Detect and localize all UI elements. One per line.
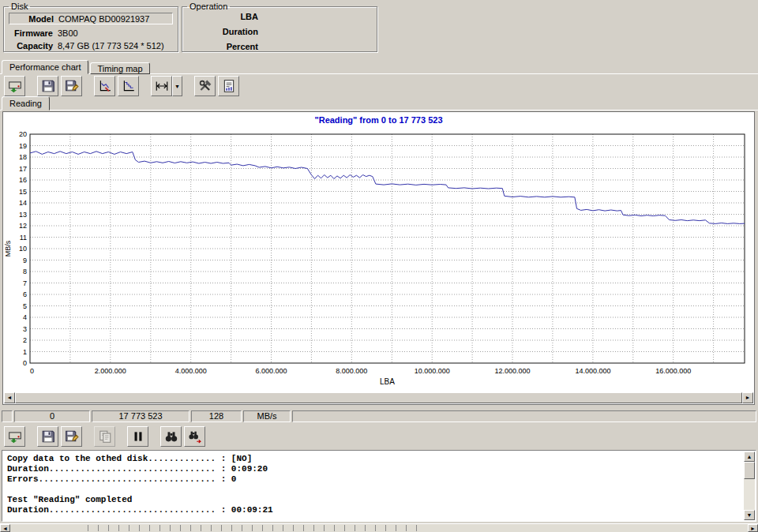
svg-text:4.000.000: 4.000.000 — [175, 367, 207, 375]
report-icon — [222, 79, 236, 93]
log-line — [7, 485, 741, 495]
export-results-icon — [8, 79, 22, 93]
svg-text:9: 9 — [23, 257, 27, 264]
find-icon — [164, 429, 178, 444]
tab-reading[interactable]: Reading — [2, 96, 50, 111]
disk-capacity-row: Capacity 8,47 GB (17 773 524 * 512) — [9, 39, 173, 51]
operation-groupbox: Operation LBA Duration Percent — [182, 2, 377, 52]
svg-text:20: 20 — [19, 130, 27, 138]
scroll-left-icon: ◄ — [2, 526, 8, 531]
svg-text:11: 11 — [20, 234, 27, 242]
status-pane-block-size: 128 — [191, 410, 242, 422]
chart-edit-icon — [98, 79, 112, 93]
log-copy-button[interactable] — [94, 426, 115, 447]
svg-text:LBA: LBA — [380, 377, 395, 386]
disk-capacity-label: Capacity — [9, 41, 53, 51]
find-button[interactable] — [160, 426, 182, 447]
log-text: Copy data to the othed disk.............… — [7, 454, 741, 519]
svg-text:13: 13 — [19, 211, 27, 219]
operation-duration-label: Duration — [186, 27, 258, 36]
svg-text:16.000.000: 16.000.000 — [655, 367, 691, 375]
copy-icon — [98, 429, 112, 444]
measure-range-button[interactable] — [151, 76, 172, 96]
svg-text:0: 0 — [30, 367, 34, 375]
svg-text:12.000.000: 12.000.000 — [494, 367, 530, 375]
export-results-button[interactable] — [4, 76, 25, 96]
log-output-panel: Copy data to the othed disk.............… — [2, 450, 756, 522]
svg-text:4: 4 — [23, 313, 27, 321]
export-results-icon — [8, 429, 22, 444]
reading-speed-chart: 0123456789101112131415161718192002.000.0… — [3, 129, 752, 393]
bottom-scroll-right-button[interactable]: ► — [748, 524, 758, 532]
status-bar: 0 17 773 523 128 MB/s — [0, 410, 758, 423]
chart-scroll-left-button[interactable]: ◄ — [4, 392, 15, 403]
report-button[interactable] — [218, 76, 239, 96]
scroll-left-icon: ◄ — [7, 395, 13, 400]
save-icon — [41, 79, 55, 93]
disk-group-title: Disk — [9, 2, 30, 11]
svg-text:19: 19 — [19, 142, 27, 150]
tools-button[interactable] — [194, 76, 216, 96]
svg-text:17: 17 — [19, 165, 27, 173]
pause-button[interactable] — [127, 426, 148, 447]
operation-lba-row: LBA — [186, 12, 373, 27]
disk-model-value: COMPAQ BD00921937 — [58, 14, 149, 24]
measure-range-dropdown-button[interactable]: ▼ — [172, 76, 182, 96]
svg-text:1: 1 — [23, 348, 27, 356]
operation-duration-row: Duration — [186, 27, 373, 42]
status-pane-start-lba: 0 — [14, 410, 90, 422]
disk-model-row: Model COMPAQ BD00921937 — [9, 13, 173, 24]
log-line: Errors..................................… — [7, 474, 741, 485]
chart-steps-button[interactable] — [118, 76, 139, 96]
svg-text:MB/s: MB/s — [4, 240, 12, 257]
status-pane-blank — [2, 410, 13, 422]
log-line: Test "Reading" completed — [7, 495, 741, 505]
performance-chart-panel: "Reading" from 0 to 17 773 523 012345678… — [2, 111, 755, 405]
disk-capacity-value: 8,47 GB (17 773 524 * 512) — [58, 41, 164, 51]
svg-text:8.000.000: 8.000.000 — [336, 367, 367, 375]
disk-firmware-label: Firmware — [9, 28, 53, 38]
svg-text:18: 18 — [19, 153, 27, 161]
bottom-scroll-left-button[interactable]: ◄ — [0, 524, 10, 532]
chart-steps-icon — [122, 79, 136, 93]
scroll-right-icon: ► — [750, 526, 756, 531]
chart-edit-button[interactable] — [94, 76, 115, 96]
find-next-button[interactable] — [184, 426, 205, 447]
log-line: Copy data to the othed disk.............… — [7, 454, 741, 464]
log-line: Duration................................… — [7, 505, 741, 515]
log-scroll-up-button[interactable]: ▲ — [744, 451, 755, 462]
dropdown-arrow-icon: ▼ — [174, 84, 180, 89]
tab-performance-chart[interactable]: Performance chart — [2, 60, 88, 74]
save-button[interactable] — [37, 76, 58, 96]
svg-text:3: 3 — [23, 325, 27, 333]
svg-text:16: 16 — [19, 176, 27, 184]
svg-text:2: 2 — [23, 336, 27, 344]
log-scroll-thumb[interactable] — [744, 462, 755, 479]
log-export-results-button[interactable] — [4, 426, 25, 447]
tab-timing-map[interactable]: Timing map — [90, 62, 149, 74]
scroll-up-icon: ▲ — [747, 454, 752, 459]
bottom-scroll-track[interactable] — [10, 524, 748, 532]
chart-title: "Reading" from 0 to 17 773 523 — [3, 115, 754, 125]
operation-percent-row: Percent — [186, 42, 373, 57]
svg-text:10: 10 — [19, 245, 27, 253]
disk-model-label: Model — [9, 14, 54, 24]
svg-text:6.000.000: 6.000.000 — [255, 367, 287, 375]
log-scroll-track[interactable] — [744, 462, 755, 510]
log-save-as-button[interactable] — [61, 426, 82, 447]
log-scroll-down-button[interactable]: ▼ — [744, 510, 755, 520]
svg-text:7: 7 — [23, 279, 27, 287]
svg-text:14: 14 — [19, 199, 27, 207]
chart-tabpage-top-edge — [0, 110, 758, 111]
operation-percent-label: Percent — [186, 42, 258, 51]
log-save-button[interactable] — [37, 426, 58, 447]
chart-scroll-thumb[interactable] — [15, 392, 742, 403]
chart-scroll-right-button[interactable]: ► — [742, 392, 753, 403]
status-pane-end-lba: 17 773 523 — [92, 410, 190, 422]
svg-text:14.000.000: 14.000.000 — [575, 367, 610, 375]
save-icon — [41, 429, 55, 444]
bottom-scrollbar: ◄ ► — [0, 523, 758, 532]
disk-groupbox: Disk Model COMPAQ BD00921937 Firmware 3B… — [3, 2, 178, 52]
save-as-button[interactable] — [61, 76, 82, 96]
status-pane-filler — [292, 410, 756, 422]
